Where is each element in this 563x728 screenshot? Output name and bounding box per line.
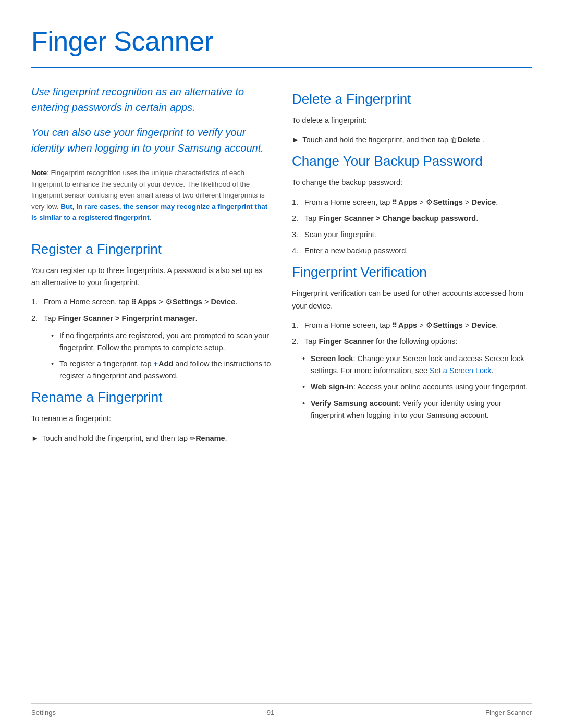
delete-section-title: Delete a Fingerprint (292, 89, 532, 109)
verification-bullets: Screen lock: Change your Screen lock and… (292, 353, 532, 422)
apps-icon-3 (392, 320, 398, 331)
register-bullet-2: To register a fingerprint, tap Add and f… (51, 358, 271, 382)
footer-left: Settings (31, 708, 56, 718)
delete-label: Delete (457, 135, 480, 144)
change-backup-steps-list: From a Home screen, tap Apps > Settings … (292, 196, 532, 257)
rename-label: Rename (195, 434, 225, 442)
register-step-2: Tap Finger Scanner > Fingerprint manager… (31, 313, 271, 325)
settings-icon-1 (165, 296, 173, 308)
change-backup-step-4: Enter a new backup password. (292, 245, 532, 257)
delete-intro: To delete a fingerprint: (292, 115, 532, 127)
change-backup-intro: To change the backup password: (292, 177, 532, 189)
verification-step-1: From a Home screen, tap Apps > Settings … (292, 319, 532, 331)
change-backup-section-title: Change Your Backup Password (292, 151, 532, 171)
rename-arrow-text: Touch and hold the fingerprint, and then… (42, 433, 227, 445)
title-divider (31, 67, 532, 68)
rename-section-title: Rename a Fingerprint (31, 387, 271, 408)
content-columns: Use fingerprint recognition as an altern… (31, 84, 532, 450)
delete-arrow-item: ► Touch and hold the fingerprint, and th… (292, 134, 532, 146)
change-backup-step-1: From a Home screen, tap Apps > Settings … (292, 196, 532, 208)
page-footer: Settings 91 Finger Scanner (31, 703, 532, 718)
register-intro: You can register up to three fingerprint… (31, 265, 271, 289)
register-steps-list: From a Home screen, tap Apps > Settings … (31, 296, 271, 324)
register-section-title: Register a Fingerprint (31, 239, 271, 260)
verification-steps-list: From a Home screen, tap Apps > Settings … (292, 319, 532, 348)
verification-bullet-3: Verify Samsung account: Verify your iden… (302, 398, 532, 422)
delete-arrow-text: Touch and hold the fingerprint, and then… (302, 134, 484, 146)
screen-lock-link[interactable]: Set a Screen Lock (430, 366, 492, 375)
verification-step-2: Tap Finger Scanner for the following opt… (292, 336, 532, 348)
note-text-2: . (150, 214, 152, 221)
delete-icon (450, 135, 457, 144)
verification-intro: Fingerprint verification can be used for… (292, 288, 532, 312)
settings-icon-2 (426, 196, 433, 208)
change-backup-step-2: Tap Finger Scanner > Change backup passw… (292, 213, 532, 225)
intro-text-1: Use fingerprint recognition as an altern… (31, 84, 271, 115)
footer-right: Finger Scanner (485, 708, 532, 718)
verification-bullet-1: Screen lock: Change your Screen lock and… (302, 353, 532, 377)
apps-icon-2 (392, 198, 398, 208)
register-bullet-1: If no fingerprints are registered, you a… (51, 330, 271, 354)
rename-icon (190, 434, 195, 442)
page-container: Finger Scanner Use fingerprint recogniti… (0, 0, 563, 728)
rename-intro: To rename a fingerprint: (31, 413, 271, 425)
footer-center: 91 (267, 708, 274, 718)
arrow-icon-rename: ► (31, 433, 39, 445)
note-label: Note (31, 169, 47, 177)
change-backup-step-3: Scan your fingerprint. (292, 229, 532, 241)
register-step-1: From a Home screen, tap Apps > Settings … (31, 296, 271, 308)
intro-text-2: You can also use your fingerprint to ver… (31, 125, 271, 156)
rename-arrow-item: ► Touch and hold the fingerprint, and th… (31, 433, 271, 445)
arrow-icon-delete: ► (292, 134, 299, 146)
settings-icon-3 (426, 319, 433, 331)
right-column: Delete a Fingerprint To delete a fingerp… (292, 84, 532, 450)
note-block: Note: Fingerprint recognition uses the u… (31, 167, 271, 224)
register-bullets: If no fingerprints are registered, you a… (41, 330, 271, 382)
left-column: Use fingerprint recognition as an altern… (31, 84, 271, 450)
verification-section-title: Fingerprint Verification (292, 262, 532, 282)
verification-bullet-2: Web sign-in: Access your online accounts… (302, 381, 532, 393)
page-title: Finger Scanner (31, 21, 532, 61)
add-icon (154, 360, 158, 368)
apps-icon-1 (131, 297, 138, 308)
